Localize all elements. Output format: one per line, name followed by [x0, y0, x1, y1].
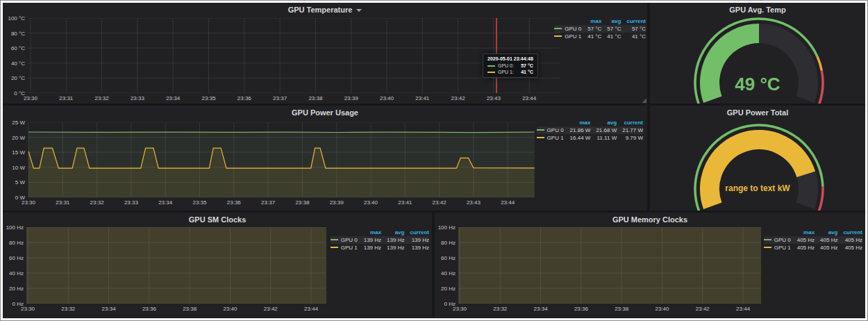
chart-plot-area[interactable] [28, 122, 535, 197]
panel-title-text: GPU Power Total [727, 108, 788, 117]
x-tick-label: 23:37 [266, 95, 294, 101]
legend-header-avg[interactable]: avg [381, 229, 404, 236]
legend-row-gpu0: GPU 0 405 Hz 405 Hz 405 Hz [764, 236, 862, 244]
legend-header-max[interactable]: max [565, 120, 591, 126]
panel-title-gpu-power-total[interactable]: GPU Power Total [650, 106, 865, 120]
x-tick-label: 23:35 [186, 199, 214, 206]
legend-gpu-temperature: max avg current GPU 0 57 °C 57 °C 57 °C … [554, 18, 646, 40]
legend-header-row: max avg current [331, 229, 429, 236]
gauge-gpu-power-total [650, 106, 865, 211]
x-tick-label: 23:44 [729, 306, 757, 312]
legend-header-max[interactable]: max [582, 18, 601, 25]
series-dash-icon [537, 129, 544, 131]
series-dash-icon [764, 247, 771, 248]
x-tick-label: 23:40 [373, 95, 401, 101]
legend-stat: 57 °C [621, 25, 646, 33]
legend-header-avg[interactable]: avg [601, 18, 621, 25]
legend-stat: 139 Hz [358, 236, 381, 244]
y-tick-label: 5 W [3, 179, 25, 186]
chart-plot-area[interactable] [26, 227, 326, 304]
y-tick-label: 40 Hz [435, 270, 456, 277]
panel-resize-handle[interactable] [642, 98, 646, 103]
y-tick-label: 40 Hz [3, 270, 24, 277]
legend-row-gpu0: GPU 0 21.86 W 21.68 W 21.77 W [537, 126, 643, 134]
grafana-dashboard: GPU Temperature 2020-05-01 23:44:48 GPU … [3, 3, 865, 318]
legend-stat: 41 °C [601, 33, 621, 40]
x-tick-label: 23:35 [195, 95, 223, 101]
legend-series-gpu0[interactable]: GPU 0 [554, 25, 582, 33]
legend-series-gpu1[interactable]: GPU 1 [537, 134, 565, 142]
legend-stat: 405 Hz [815, 244, 837, 252]
x-tick-label: 23:32 [88, 95, 116, 101]
panel-title-gpu-temperature[interactable]: GPU Temperature [3, 3, 647, 17]
x-tick-label: 23:40 [217, 306, 244, 312]
x-tick-label: 23:33 [124, 95, 151, 101]
x-tick-label: 23:36 [220, 199, 248, 206]
y-tick-label: 60 Hz [3, 255, 24, 261]
x-tick-label: 23:44 [494, 199, 521, 206]
chevron-down-icon[interactable] [356, 9, 362, 12]
legend-header-current[interactable]: current [621, 18, 646, 25]
legend-gpu-power-usage: max avg current GPU 0 21.86 W 21.68 W 21… [537, 120, 643, 142]
panel-gpu-power-total: GPU Power Total range to text kW [650, 106, 865, 211]
series-dash-icon [487, 72, 495, 73]
panel-title-gpu-power-usage[interactable]: GPU Power Usage [3, 106, 647, 120]
x-tick-label: 23:44 [515, 95, 543, 101]
tooltip-row: GPU 0:57 °C [487, 63, 533, 69]
x-tick-label: 23:37 [254, 199, 282, 206]
x-tick-label: 23:42 [426, 199, 453, 206]
x-tick-label: 23:39 [337, 95, 365, 101]
legend-series-gpu1[interactable]: GPU 1 [764, 244, 792, 252]
legend-header-avg[interactable]: avg [590, 120, 617, 126]
panel-title-gpu-avg-temp[interactable]: GPU Avg. Temp [650, 3, 865, 17]
y-tick-label: 15 W [3, 149, 25, 156]
legend-row-gpu1: GPU 1 16.44 W 11.11 W 9.79 W [537, 134, 643, 142]
series-dash-icon [554, 28, 562, 29]
chart-tooltip: 2020-05-01 23:44:48 GPU 0:57 °C GPU 1:41… [483, 54, 538, 78]
x-tick-label: 23:38 [176, 306, 203, 312]
legend-row-gpu1: GPU 1 139 Hz 139 Hz 139 Hz [331, 244, 429, 252]
y-tick-label: 80 Hz [3, 240, 24, 246]
legend-series-gpu0[interactable]: GPU 0 [331, 236, 358, 244]
chart-plot-area[interactable] [458, 227, 761, 304]
legend-stat: 9.79 W [617, 134, 643, 142]
x-tick-label: 23:42 [689, 306, 717, 312]
chart-plot-area[interactable] [28, 18, 560, 93]
legend-stat: 41 °C [582, 33, 601, 40]
panel-title-text: GPU Power Usage [292, 108, 358, 117]
legend-series-gpu0[interactable]: GPU 0 [537, 126, 565, 134]
legend-stat: 405 Hz [837, 244, 862, 252]
legend-series-gpu1[interactable]: GPU 1 [331, 244, 358, 252]
legend-stat: 405 Hz [815, 236, 837, 244]
panel-gpu-avg-temp: GPU Avg. Temp 49 °C [650, 3, 865, 104]
legend-header-row: max avg current [554, 18, 646, 25]
panel-title-gpu-memory-clocks[interactable]: GPU Memory Clocks [435, 213, 865, 227]
legend-header-max[interactable]: max [792, 229, 815, 236]
x-tick-label: 23:40 [357, 199, 385, 206]
legend-header-max[interactable]: max [358, 229, 381, 236]
series-dash-icon [764, 239, 771, 240]
x-tick-label: 23:43 [480, 95, 508, 101]
legend-stat: 139 Hz [404, 244, 429, 252]
x-tick-label: 23:33 [117, 199, 145, 206]
x-tick-label: 23:34 [527, 306, 555, 312]
legend-header-current[interactable]: current [404, 229, 429, 236]
legend-stat: 57 °C [601, 25, 621, 33]
y-tick-label: 20 °C [3, 75, 25, 81]
series-dash-icon [331, 239, 338, 240]
legend-header-current[interactable]: current [617, 120, 643, 126]
legend-series-gpu0[interactable]: GPU 0 [764, 236, 792, 244]
legend-series-gpu1[interactable]: GPU 1 [554, 33, 582, 40]
panel-title-text: GPU Memory Clocks [612, 215, 687, 224]
legend-stat: 405 Hz [837, 236, 862, 244]
y-tick-label: 60 °C [3, 45, 25, 51]
legend-row-gpu1: GPU 1 41 °C 41 °C 41 °C [554, 33, 646, 40]
gauge-value-text: range to text kW [650, 183, 865, 193]
legend-header-avg[interactable]: avg [815, 229, 837, 236]
panel-title-gpu-sm-clocks[interactable]: GPU SM Clocks [3, 213, 432, 227]
panel-title-text: GPU Temperature [288, 6, 353, 14]
x-tick-label: 23:41 [408, 95, 436, 101]
legend-stat: 139 Hz [404, 236, 429, 244]
legend-header-current[interactable]: current [837, 229, 862, 236]
y-tick-label: 40 °C [3, 60, 25, 67]
